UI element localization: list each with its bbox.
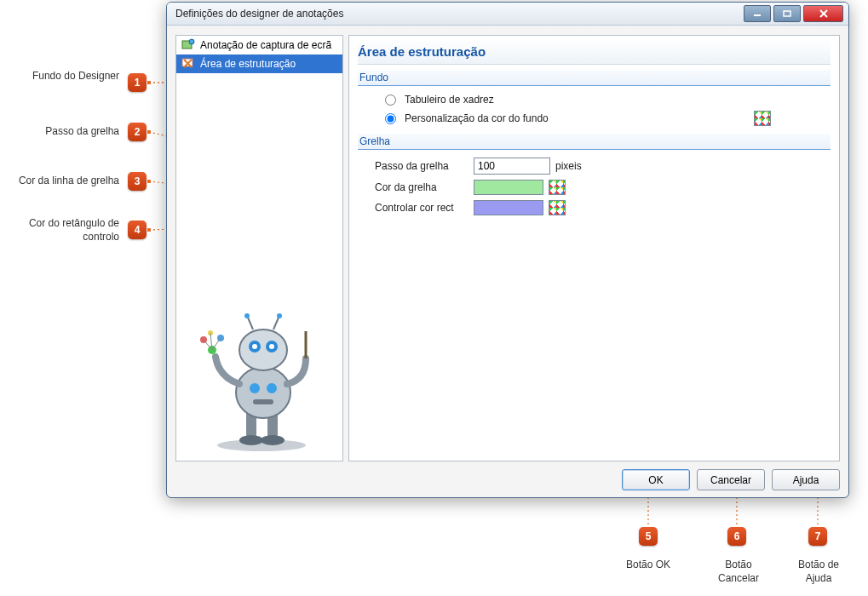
callout-marker-7: 7 <box>808 527 827 546</box>
robot-illustration <box>187 299 323 452</box>
callout-marker-2: 2 <box>128 123 147 141</box>
section-head-grelha: Grelha <box>358 134 831 150</box>
grid-color-picker[interactable] <box>549 180 566 195</box>
help-button[interactable]: Ajuda <box>772 469 840 490</box>
callout-label-5: Botão OK <box>622 559 675 572</box>
radio-chessboard-label: Tabuleiro de xadrez <box>405 94 494 106</box>
svg-point-19 <box>239 330 287 370</box>
radio-custom-color-label: Personalização da cor do fundo <box>405 112 549 124</box>
grid-step-unit: pixeis <box>555 160 582 172</box>
callout-marker-4: 4 <box>128 221 147 239</box>
section-grelha: Grelha Passo da grelha pixeis Cor da gre… <box>358 134 831 218</box>
radio-chessboard[interactable] <box>385 95 396 106</box>
category-tree: Anotação de captura de ecrã Área de estr… <box>175 35 343 461</box>
callout-marker-6: 6 <box>727 527 746 546</box>
grid-color-label: Cor da grelha <box>375 181 468 193</box>
dialog-buttons: OK Cancelar Ajuda <box>622 469 840 490</box>
callout-marker-3: 3 <box>128 172 147 191</box>
grid-color-swatch[interactable] <box>474 180 543 195</box>
settings-panel: Área de estruturação Fundo Tabuleiro de … <box>348 35 840 461</box>
svg-point-23 <box>269 344 274 349</box>
svg-line-26 <box>273 318 279 330</box>
row-grid-step: Passo da grelha pixeis <box>358 155 831 177</box>
radio-custom-color[interactable] <box>385 113 396 124</box>
callout-label-1: Fundo do Designer <box>0 70 119 83</box>
row-rect-color: Controlar cor rect <box>358 198 831 218</box>
callout-label-4: Cor do retângulo de controlo <box>0 217 119 244</box>
svg-point-13 <box>239 435 263 445</box>
design-area-icon <box>181 57 195 71</box>
svg-point-22 <box>252 344 257 349</box>
maximize-button[interactable] <box>773 5 801 22</box>
close-button[interactable] <box>803 5 843 22</box>
callout-label-2: Passo da grelha <box>0 125 119 139</box>
nav-item-label: Anotação de captura de ecrã <box>200 39 331 51</box>
titlebar: Definições do designer de anotações <box>167 3 848 26</box>
rect-color-label: Controlar cor rect <box>375 202 468 214</box>
row-radio-chess: Tabuleiro de xadrez <box>358 91 831 108</box>
settings-window: Definições do designer de anotações Anot… <box>166 2 849 498</box>
background-color-picker[interactable] <box>754 111 771 126</box>
row-grid-color: Cor da grelha <box>358 177 831 198</box>
callout-label-6: Botão Cancelar <box>709 559 768 585</box>
callout-marker-5: 5 <box>639 527 658 546</box>
nav-item-design-area[interactable]: Área de estruturação <box>176 54 342 73</box>
svg-rect-18 <box>253 399 273 404</box>
nav-item-capture-annotation[interactable]: Anotação de captura de ecrã <box>176 36 342 54</box>
svg-line-24 <box>248 318 253 330</box>
capture-icon <box>181 38 195 52</box>
rect-color-picker[interactable] <box>549 200 566 215</box>
svg-point-25 <box>244 313 250 318</box>
svg-point-27 <box>277 313 282 318</box>
grid-step-input[interactable] <box>474 158 550 175</box>
callout-label-7: Botão de Ajuda <box>790 559 847 585</box>
svg-line-34 <box>212 338 221 350</box>
rect-color-swatch[interactable] <box>474 200 543 215</box>
row-radio-custom: Personalização da cor do fundo <box>358 108 831 129</box>
svg-rect-2 <box>784 11 790 16</box>
grid-step-label: Passo da grelha <box>375 160 468 172</box>
ok-button[interactable]: OK <box>622 469 690 490</box>
svg-point-14 <box>261 435 285 445</box>
svg-point-6 <box>189 39 194 44</box>
svg-point-17 <box>267 383 277 393</box>
svg-point-16 <box>250 383 260 393</box>
nav-item-label: Área de estruturação <box>200 58 296 70</box>
svg-point-15 <box>236 367 290 418</box>
minimize-button[interactable] <box>744 5 771 22</box>
section-head-fundo: Fundo <box>358 70 831 86</box>
cancel-button[interactable]: Cancelar <box>697 469 765 490</box>
callout-marker-1: 1 <box>128 73 147 92</box>
window-title: Definições do designer de anotações <box>175 8 343 20</box>
callout-label-3: Cor da linha de grelha <box>0 175 119 188</box>
panel-title: Área de estruturação <box>358 41 831 65</box>
section-fundo: Fundo Tabuleiro de xadrez Personalização… <box>358 70 831 129</box>
